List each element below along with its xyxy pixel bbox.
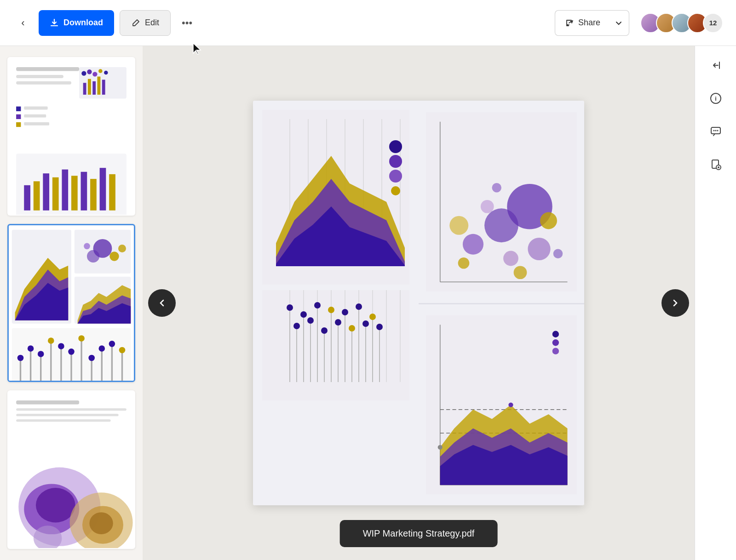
svg-point-143 xyxy=(503,251,518,266)
svg-rect-18 xyxy=(34,181,40,210)
svg-rect-6 xyxy=(83,83,86,95)
more-options-button[interactable]: ••• xyxy=(176,13,198,33)
svg-point-62 xyxy=(78,335,85,342)
download-button[interactable]: Download xyxy=(39,10,114,36)
svg-point-146 xyxy=(458,257,470,269)
svg-point-163 xyxy=(552,348,559,354)
svg-point-173 xyxy=(718,166,719,168)
svg-point-162 xyxy=(552,339,559,346)
svg-rect-29 xyxy=(16,122,21,127)
lollipop-chart-svg xyxy=(262,290,409,400)
svg-point-70 xyxy=(119,347,126,353)
svg-text:i: i xyxy=(715,95,717,102)
svg-point-161 xyxy=(552,331,559,337)
svg-point-15 xyxy=(104,71,108,75)
info-icon: i xyxy=(710,92,722,104)
comment-button[interactable] xyxy=(706,121,726,142)
edit-button[interactable]: Edit xyxy=(120,10,171,36)
svg-rect-8 xyxy=(92,81,96,95)
svg-point-160 xyxy=(508,402,513,407)
download-icon xyxy=(50,18,59,28)
thumbnail-1[interactable] xyxy=(7,57,135,216)
svg-point-159 xyxy=(438,445,443,450)
header: ‹ Download Edit ••• Share xyxy=(0,0,736,46)
svg-point-12 xyxy=(87,69,92,74)
svg-point-121 xyxy=(369,314,376,320)
edit-label: Edit xyxy=(145,18,159,28)
filename-label: WIP Marketing Strategy.pdf xyxy=(363,528,475,538)
share-button[interactable]: Share xyxy=(555,10,610,36)
svg-point-115 xyxy=(328,307,334,313)
svg-rect-72 xyxy=(16,400,79,405)
chevron-left-icon xyxy=(156,297,167,309)
avatar-count: 12 xyxy=(703,13,723,33)
svg-rect-136 xyxy=(426,112,577,291)
doc-right-panel xyxy=(419,101,584,505)
svg-point-119 xyxy=(356,303,362,310)
svg-rect-3 xyxy=(16,75,63,78)
svg-point-117 xyxy=(342,309,348,315)
svg-point-56 xyxy=(48,337,54,344)
thumb-chart-1 xyxy=(8,58,134,216)
svg-rect-7 xyxy=(88,79,91,95)
svg-rect-24 xyxy=(90,179,97,211)
document-preview xyxy=(253,101,584,505)
svg-point-81 xyxy=(89,512,113,534)
comment-icon xyxy=(710,126,722,137)
thumbnail-3[interactable] xyxy=(7,390,135,549)
svg-point-95 xyxy=(389,155,402,168)
thumb-chart-3 xyxy=(8,391,134,549)
svg-point-147 xyxy=(514,266,527,279)
main-content-area: WIP Marketing Strategy.pdf xyxy=(143,46,695,560)
svg-point-64 xyxy=(88,354,95,361)
svg-point-11 xyxy=(81,71,86,76)
svg-point-94 xyxy=(389,140,402,153)
download-label: Download xyxy=(63,18,103,28)
svg-point-113 xyxy=(314,302,321,309)
svg-rect-19 xyxy=(43,173,49,210)
svg-point-111 xyxy=(300,311,307,318)
collapse-icon xyxy=(710,59,722,71)
svg-point-14 xyxy=(98,69,103,73)
collapse-panel-button[interactable] xyxy=(706,55,726,75)
svg-point-125 xyxy=(307,317,314,324)
sidebar-right: i xyxy=(695,46,736,560)
svg-point-54 xyxy=(38,351,44,357)
svg-point-60 xyxy=(68,349,75,355)
svg-rect-10 xyxy=(102,80,105,95)
svg-rect-31 xyxy=(24,114,46,118)
thumbnail-2[interactable] xyxy=(7,224,135,382)
info-button[interactable]: i xyxy=(706,88,726,109)
svg-point-123 xyxy=(293,323,300,329)
bubble-chart-panel xyxy=(419,101,584,303)
svg-rect-25 xyxy=(100,168,106,210)
chevron-right-icon xyxy=(670,297,681,309)
next-page-button[interactable] xyxy=(661,289,689,317)
svg-point-141 xyxy=(463,234,483,255)
svg-rect-32 xyxy=(24,122,49,126)
svg-point-150 xyxy=(492,183,502,193)
chevron-down-icon xyxy=(615,19,622,27)
svg-point-168 xyxy=(713,130,714,131)
bubble-chart-svg xyxy=(426,108,577,296)
svg-point-148 xyxy=(449,216,468,235)
svg-rect-27 xyxy=(16,107,21,111)
device-icon xyxy=(710,159,722,171)
back-button[interactable]: ‹ xyxy=(13,13,33,33)
share-icon xyxy=(564,18,574,28)
svg-point-140 xyxy=(484,208,518,242)
svg-point-68 xyxy=(109,341,115,347)
device-button[interactable] xyxy=(706,154,726,175)
share-dropdown-button[interactable] xyxy=(609,10,629,36)
svg-rect-23 xyxy=(81,172,87,211)
svg-point-145 xyxy=(540,212,557,229)
svg-point-42 xyxy=(84,243,90,249)
prev-page-button[interactable] xyxy=(148,289,176,317)
edit-icon xyxy=(131,18,140,28)
svg-rect-26 xyxy=(109,174,115,211)
svg-rect-17 xyxy=(24,185,30,211)
svg-point-41 xyxy=(109,251,119,261)
svg-rect-98 xyxy=(262,290,409,400)
svg-point-58 xyxy=(58,343,64,349)
svg-rect-75 xyxy=(16,419,111,422)
